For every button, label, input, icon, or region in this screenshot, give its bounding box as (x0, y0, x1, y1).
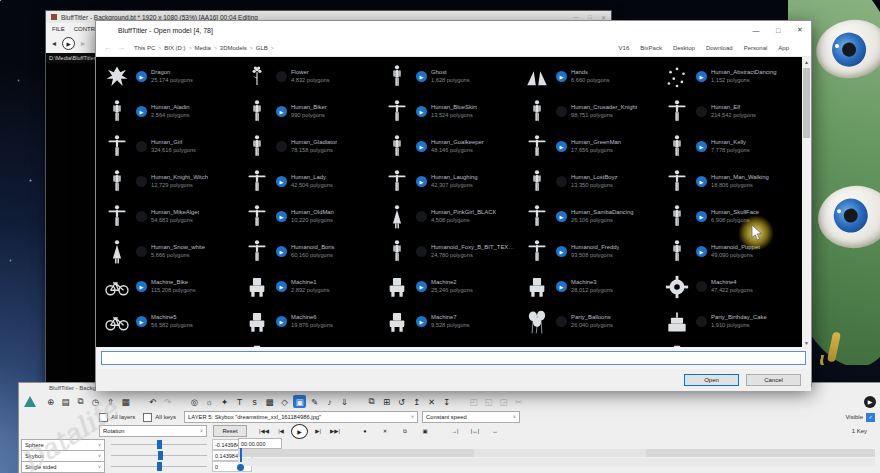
new-show-icon[interactable]: ⊕ (44, 395, 57, 408)
property-slider[interactable] (111, 451, 207, 460)
model-item[interactable]: ▶Hands6,660 polygons (520, 59, 660, 94)
open-folder-icon[interactable]: ⧉ (74, 395, 87, 408)
particle-layer-icon[interactable]: ✦ (218, 395, 231, 408)
model-layer-icon[interactable]: ▣ (293, 395, 306, 408)
reset-button[interactable]: Reset (213, 425, 247, 437)
property-dropdown[interactable]: Rotation˅ (99, 425, 207, 437)
model-item[interactable]: Human_Crusader_Knight98,751 polygons (520, 94, 660, 129)
play-preview-button[interactable]: ▶ (416, 106, 427, 117)
model-item[interactable]: ▶Human_Kelly7,778 polygons (660, 129, 800, 164)
scroll-up-icon[interactable]: ▲ (802, 57, 811, 66)
sketch-layer-icon[interactable]: ✎ (308, 395, 321, 408)
close-icon[interactable]: ✕ (789, 21, 811, 39)
play-preview-button[interactable]: ▶ (416, 71, 427, 82)
play-preview-button[interactable]: ▶ (276, 316, 287, 327)
play-preview-button[interactable]: ▶ (696, 141, 707, 152)
model-item[interactable]: ▶Robot112,957 polygons (100, 339, 240, 347)
delete-layer-icon[interactable]: ✕ (425, 395, 438, 408)
move-key-icon[interactable]: →| (448, 426, 462, 437)
place-button-desktop[interactable]: Desktop (673, 45, 695, 51)
place-button-bixpack[interactable]: BixPack (640, 45, 662, 51)
prop-dropdown-single-sided[interactable]: Single sided˅ (21, 461, 105, 473)
all-layers-checkbox[interactable]: All layers (99, 413, 135, 422)
layer-dropdown[interactable]: LAYER 5: Skybox "dreamstime_xxl_16118498… (184, 411, 418, 423)
time-field[interactable]: 00:00.000 (238, 438, 282, 449)
show-duration-icon[interactable]: ◷ (89, 395, 102, 408)
play-preview-button[interactable]: ▶ (276, 176, 287, 187)
play-preview-button[interactable]: ▶ (696, 71, 707, 82)
model-item[interactable]: ▶Human_Aladin2,564 polygons (100, 94, 240, 129)
model-item[interactable]: ▶Humanoid_Puppet49,090 polygons (660, 234, 800, 269)
model-item[interactable]: ▶Machine225,246 polygons (380, 269, 520, 304)
play-preview-button[interactable]: ▶ (136, 71, 147, 82)
model-item[interactable]: Humanoid_Foxy_B_BIT_TEXTURE24,780 polygo… (380, 234, 520, 269)
play-show-button[interactable]: ▶ (62, 37, 75, 50)
filename-input[interactable] (101, 351, 806, 365)
light-layer-icon[interactable]: ☼ (203, 395, 216, 408)
mirror-tool-icon[interactable]: ◱ (482, 395, 495, 408)
play-preview-button[interactable]: ▶ (276, 106, 287, 117)
model-item[interactable]: Party_Balloons26,040 polygons (520, 304, 660, 339)
play-preview-button[interactable]: ▶ (416, 281, 427, 292)
breadcrumb-item[interactable]: BIX (D:) (164, 45, 185, 51)
play-preview-button[interactable]: ▶ (696, 176, 707, 187)
plasma-layer-icon[interactable]: ◇ (278, 395, 291, 408)
property-slider[interactable] (111, 440, 207, 449)
model-item[interactable]: ▶Human_GreenMan17,656 polygons (520, 129, 660, 164)
place-button-download[interactable]: Download (706, 45, 733, 51)
model-item[interactable]: ▶Human_Goalkeeper48,146 polygons (380, 129, 520, 164)
play-preview-button[interactable]: ▶ (556, 71, 567, 82)
model-item[interactable]: ▶Human_Lady42,504 polygons (240, 164, 380, 199)
place-button-app[interactable]: App (778, 45, 789, 51)
model-item[interactable]: ▶Machine79,528 polygons (380, 304, 520, 339)
scroll-down-icon[interactable]: ▼ (802, 338, 811, 347)
model-item[interactable]: ▶Human_OldMan10,220 polygons (240, 199, 380, 234)
model-item[interactable]: Robot575,728 polygons (660, 339, 800, 347)
audio-layer-icon[interactable]: ♪ (323, 395, 336, 408)
visible-checkbox[interactable]: ✓ (866, 413, 875, 422)
play-preview-button[interactable]: ▶ (136, 281, 147, 292)
maximize-icon[interactable]: □ (767, 21, 789, 39)
camera-layer-icon[interactable]: ◎ (188, 395, 201, 408)
model-item[interactable]: Human_Knight_Witch12,729 polygons (100, 164, 240, 199)
model-item[interactable]: ▶Ghost1,628 polygons (380, 59, 520, 94)
play-preview-button[interactable]: ▶ (416, 176, 427, 187)
model-item[interactable]: ▶Machine556,582 polygons (100, 304, 240, 339)
clone-layer-icon[interactable]: ⊞ (380, 395, 393, 408)
checkbox-box[interactable] (143, 413, 152, 422)
model-item[interactable]: Human_Snow_white5,666 polygons (100, 234, 240, 269)
open-show-icon[interactable]: ▤ (59, 395, 72, 408)
model-item[interactable]: ▶Dragon25,174 polygons (100, 59, 240, 94)
paste-key-icon[interactable]: ▣ (418, 426, 432, 437)
model-item[interactable]: Robot3_SteamPunk46,261 polygons (380, 339, 520, 347)
scrollbar[interactable]: ▲ ▼ (802, 57, 811, 347)
minimize-icon[interactable]: — (745, 21, 767, 39)
model-item[interactable]: ▶Human_SkullFace6,908 polygons (660, 199, 800, 234)
export-show-icon[interactable]: ⇧ (104, 395, 117, 408)
breadcrumb-item[interactable]: GLB (256, 45, 268, 51)
open-button[interactable]: Open (684, 374, 739, 386)
checkbox-box[interactable] (99, 413, 108, 422)
play-preview-button[interactable]: ▶ (136, 106, 147, 117)
slider-handle[interactable] (157, 440, 162, 449)
model-item[interactable]: ▶Robot218,901 polygons (240, 339, 380, 347)
back-icon[interactable]: ← (104, 43, 112, 52)
spread-keys-icon[interactable]: ↔ (488, 426, 502, 437)
model-item[interactable]: Human_MikeAlger54,683 polygons (100, 199, 240, 234)
model-item[interactable]: ▶Humanoid_Boris60,160 polygons (240, 234, 380, 269)
all-keys-checkbox[interactable]: All keys (143, 413, 176, 422)
stretch-keys-icon[interactable]: |↔| (468, 426, 482, 437)
place-button-personal[interactable]: Personal (744, 45, 768, 51)
breadcrumb-item[interactable]: 3DModels (220, 45, 247, 51)
next-icon[interactable]: ▸ (81, 39, 85, 48)
model-item[interactable]: ▶Human_Laughing42,307 polygons (380, 164, 520, 199)
playhead-handle[interactable] (237, 464, 244, 471)
render-help-icon[interactable]: ▶ (864, 396, 876, 408)
model-item[interactable]: Flower4,832 polygons (240, 59, 380, 94)
record-key-icon[interactable]: ● (358, 426, 372, 437)
cancel-button[interactable]: Cancel (746, 374, 801, 386)
play-preview-button[interactable]: ▶ (696, 211, 707, 222)
play-preview-button[interactable]: ▶ (416, 141, 427, 152)
model-item[interactable]: Human_Gladiator78,158 polygons (240, 129, 380, 164)
model-item[interactable]: ▶Machine_Bike115,208 polygons (100, 269, 240, 304)
